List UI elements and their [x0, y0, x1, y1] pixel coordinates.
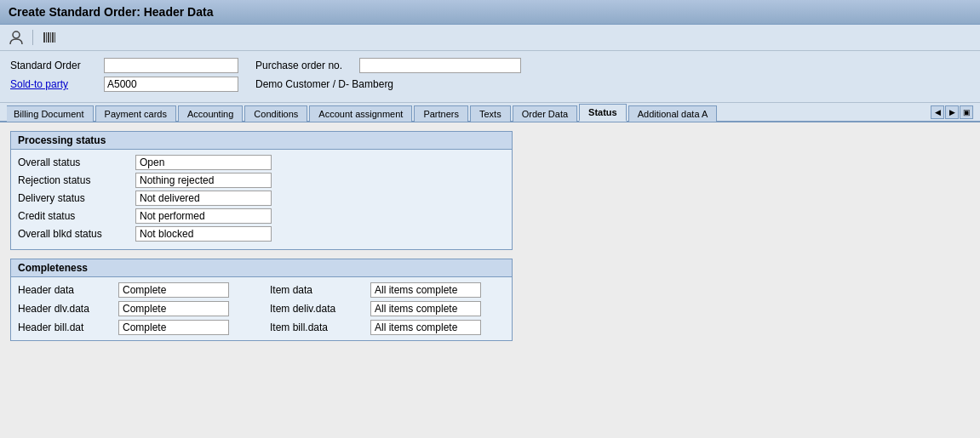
main-content: Processing status Overall status Open Re… [0, 122, 980, 358]
rejection-status-label: Rejection status [18, 174, 129, 186]
overall-blkd-status-label: Overall blkd status [18, 228, 129, 240]
svg-rect-6 [54, 32, 55, 43]
processing-status-title: Processing status [11, 132, 512, 150]
sold-to-party-row: Sold-to party Demo Customer / D- Bamberg [10, 77, 970, 92]
completeness-title: Completeness [11, 259, 512, 277]
item-data-value: All items complete [370, 282, 481, 298]
svg-point-0 [13, 31, 20, 38]
sold-to-party-input[interactable] [104, 77, 238, 92]
overall-status-label: Overall status [18, 156, 129, 168]
tab-expand[interactable]: ▣ [960, 105, 973, 119]
credit-status-label: Credit status [18, 210, 129, 222]
header-data-value: Complete [118, 282, 229, 298]
item-data-label: Item data [270, 284, 364, 296]
completeness-body: Header data Complete Item data All items… [11, 277, 512, 340]
item-data-row: Item data All items complete [270, 282, 505, 298]
title-bar: Create Standard Order: Header Data [0, 0, 980, 25]
purchase-order-input[interactable] [359, 58, 521, 73]
item-deliv-value: All items complete [370, 301, 481, 316]
tab-additional-data-a[interactable]: Additional data A [628, 105, 718, 122]
barcode-icon[interactable] [40, 28, 59, 47]
page-title: Create Standard Order: Header Data [9, 5, 213, 19]
header-data-label: Header data [18, 284, 112, 296]
delivery-status-row: Delivery status Not delivered [18, 191, 505, 206]
header-dlv-row: Header dlv.data Complete [18, 301, 253, 316]
credit-status-row: Credit status Not performed [18, 208, 505, 224]
rejection-status-row: Rejection status Nothing rejected [18, 173, 505, 188]
tab-navigation: ◀ ▶ ▣ [931, 105, 973, 121]
header-dlv-label: Header dlv.data [18, 303, 112, 315]
delivery-status-label: Delivery status [18, 192, 129, 204]
svg-rect-2 [46, 32, 47, 43]
processing-status-section: Processing status Overall status Open Re… [10, 131, 513, 250]
svg-rect-3 [48, 32, 49, 43]
tab-scroll-right[interactable]: ▶ [945, 105, 959, 119]
delivery-status-value: Not delivered [135, 191, 272, 206]
customer-name: Demo Customer / D- Bamberg [255, 78, 393, 90]
standard-order-input[interactable] [104, 58, 238, 73]
item-deliv-label: Item deliv.data [270, 303, 364, 315]
item-deliv-row: Item deliv.data All items complete [270, 301, 505, 316]
toolbar-divider [32, 30, 33, 45]
svg-rect-5 [52, 32, 54, 43]
header-bill-value: Complete [118, 320, 229, 335]
processing-status-body: Overall status Open Rejection status Not… [11, 150, 512, 249]
form-area: Standard Order Purchase order no. Sold-t… [0, 51, 980, 103]
item-bill-value: All items complete [370, 320, 481, 335]
purchase-order-label: Purchase order no. [255, 60, 342, 71]
tab-scroll-left[interactable]: ◀ [931, 105, 944, 119]
rejection-status-value: Nothing rejected [135, 173, 272, 188]
overall-blkd-status-value: Not blocked [135, 226, 272, 242]
tab-texts[interactable]: Texts [470, 105, 511, 122]
overall-blkd-status-row: Overall blkd status Not blocked [18, 226, 505, 242]
header-dlv-value: Complete [118, 301, 229, 316]
tab-status[interactable]: Status [579, 104, 627, 122]
tab-billing-document[interactable]: Billing Document [7, 105, 94, 122]
credit-status-value: Not performed [135, 208, 272, 224]
sold-to-party-label[interactable]: Sold-to party [10, 78, 87, 90]
toolbar [0, 25, 980, 51]
item-bill-row: Item bill.data All items complete [270, 320, 505, 335]
header-bill-row: Header bill.dat Complete [18, 320, 253, 335]
tab-order-data[interactable]: Order Data [513, 105, 577, 122]
completeness-section: Completeness Header data Complete Item d… [10, 259, 513, 341]
svg-rect-1 [43, 32, 45, 43]
tab-partners[interactable]: Partners [414, 105, 468, 122]
header-bill-label: Header bill.dat [18, 321, 112, 333]
tab-account-assignment[interactable]: Account assignment [309, 105, 412, 122]
item-bill-label: Item bill.data [270, 321, 364, 333]
header-data-row: Header data Complete [18, 282, 253, 298]
overall-status-value: Open [135, 155, 272, 170]
tabs-area: Billing Document Payment cards Accountin… [0, 103, 980, 122]
tab-payment-cards[interactable]: Payment cards [95, 105, 176, 122]
person-icon[interactable] [7, 28, 26, 47]
tab-conditions[interactable]: Conditions [244, 105, 307, 122]
standard-order-label: Standard Order [10, 60, 87, 71]
overall-status-row: Overall status Open [18, 155, 505, 170]
tab-accounting[interactable]: Accounting [178, 105, 243, 122]
svg-rect-4 [50, 32, 51, 43]
standard-order-row: Standard Order Purchase order no. [10, 58, 970, 73]
